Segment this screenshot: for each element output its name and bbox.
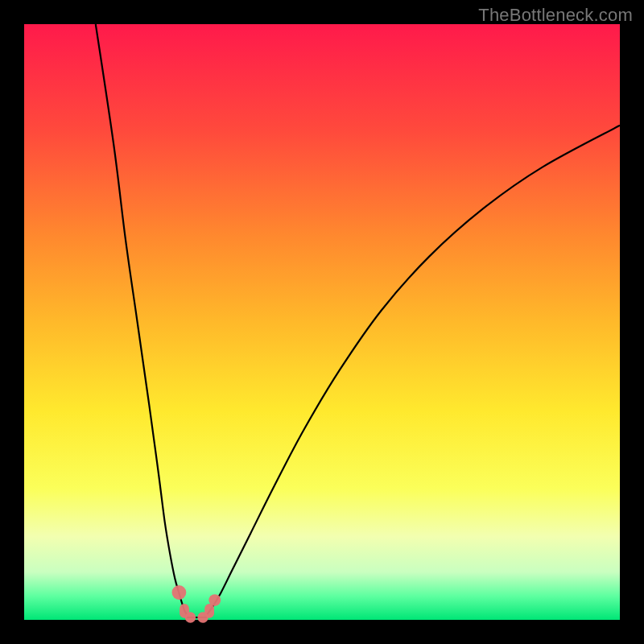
data-marker bbox=[204, 604, 214, 618]
curve-left-branch bbox=[96, 24, 187, 614]
data-marker bbox=[172, 585, 187, 600]
watermark-text: TheBottleneck.com bbox=[478, 5, 633, 26]
data-marker bbox=[208, 594, 221, 606]
curve-layer bbox=[24, 24, 620, 620]
curve-right-branch bbox=[207, 126, 620, 615]
plot-area bbox=[24, 24, 620, 620]
data-marker bbox=[185, 612, 196, 622]
chart-frame: TheBottleneck.com bbox=[0, 0, 644, 644]
